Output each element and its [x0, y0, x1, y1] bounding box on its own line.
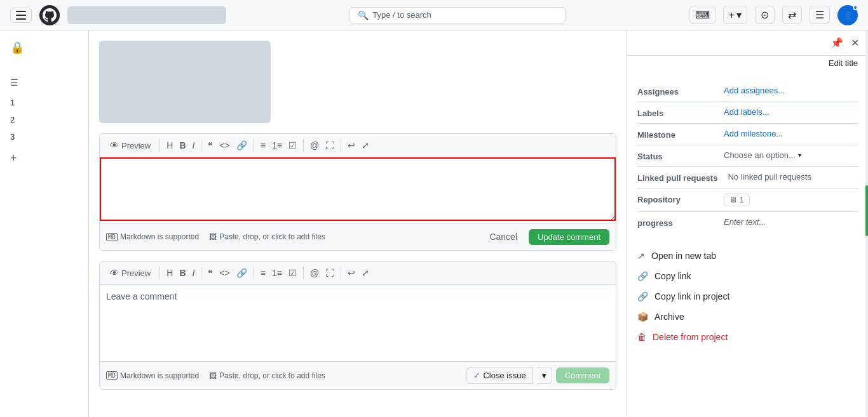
edit-comment-textarea[interactable]: [100, 157, 616, 221]
close-issue-label: Close issue: [483, 371, 526, 380]
nc-attach-file-label[interactable]: 🖼 Paste, drop, or click to add files: [209, 371, 325, 380]
milestone-label: Milestone: [637, 129, 714, 140]
search-placeholder: Type / to search: [372, 10, 431, 20]
labels-field: Labels Add labels...: [637, 102, 858, 124]
edit-comment-toolbar: 👁 Preview H B I ❝ <> 🔗 ≡ 1≡ ☑ @ ⛶ ↩: [100, 134, 616, 157]
progress-field: progress Enter text...: [637, 212, 858, 233]
attach-icon: 🖼: [209, 232, 217, 241]
status-chevron-icon: ▾: [798, 152, 801, 159]
close-issue-dropdown-button[interactable]: ▾: [537, 367, 552, 384]
open-in-new-tab-item[interactable]: ↗ Open in new tab: [627, 246, 868, 266]
navbar-repo-bar: [67, 6, 226, 24]
bold-button[interactable]: B: [177, 139, 188, 152]
pin-icon-button[interactable]: 📌: [829, 36, 844, 50]
unordered-list-button[interactable]: ≡: [258, 139, 268, 152]
main-layout: 🔒 ☰ 1 2 3 + 👁 Preview H B I ❝ <>: [0, 30, 868, 417]
avatar[interactable]: 👤: [837, 5, 858, 25]
archive-item[interactable]: 📦 Archive: [627, 307, 868, 327]
mention-button[interactable]: @: [308, 139, 322, 152]
attach-file-label[interactable]: 🖼 Paste, drop, or click to add files: [209, 232, 325, 241]
nc-link-button[interactable]: 🔗: [234, 267, 250, 279]
nc-bold-button[interactable]: B: [177, 267, 188, 279]
new-comment-toolbar: 👁 Preview H B I ❝ <> 🔗 ≡ 1≡ ☑ @ ⛶ ↩: [100, 261, 616, 285]
labels-value[interactable]: Add labels...: [724, 107, 770, 117]
edit-comment-preview-tab[interactable]: 👁 Preview: [105, 138, 156, 153]
milestone-field: Milestone Add milestone...: [637, 124, 858, 145]
cancel-button[interactable]: Cancel: [483, 228, 524, 245]
milestone-value[interactable]: Add milestone...: [724, 129, 783, 138]
nc-italic-button[interactable]: I: [190, 267, 198, 279]
new-comment-footer-right: ✓ Close issue ▾ Comment: [466, 367, 609, 384]
markdown-icon: MD: [106, 233, 118, 241]
new-comment-editor: 👁 Preview H B I ❝ <> 🔗 ≡ 1≡ ☑ @ ⛶ ↩: [99, 261, 616, 390]
assignees-field: Assignees Add assignees...: [637, 81, 858, 102]
nc-quote-button[interactable]: ❝: [205, 267, 215, 279]
sidebar-add-button[interactable]: +: [0, 147, 88, 170]
nc-attach-text: Paste, drop, or click to add files: [219, 371, 325, 380]
attach-text: Paste, drop, or click to add files: [219, 232, 325, 241]
new-comment-footer-left: MD Markdown is supported 🖼 Paste, drop, …: [106, 371, 325, 380]
task-list-button[interactable]: ☑: [286, 139, 299, 152]
navbar-right: ⌨ + ▾ ⊙ ⇄ ☰ 👤: [689, 5, 858, 25]
nc-reference-button[interactable]: ⛶: [323, 267, 337, 279]
nc-code-button[interactable]: <>: [217, 267, 232, 279]
link-button[interactable]: 🔗: [234, 139, 250, 152]
pull-request-icon-button[interactable]: ⇄: [782, 6, 802, 24]
plus-icon: +: [729, 10, 735, 21]
close-sidebar-button[interactable]: ✕: [850, 36, 860, 50]
edit-comment-editor: 👁 Preview H B I ❝ <> 🔗 ≡ 1≡ ☑ @ ⛶ ↩: [99, 133, 616, 251]
nc-unordered-list-button[interactable]: ≡: [258, 267, 268, 279]
inbox-icon-button[interactable]: ☰: [810, 6, 830, 24]
linked-pr-label: Linked pull requests: [637, 172, 717, 183]
sidebar-filter-icon[interactable]: ☰: [0, 72, 88, 93]
close-issue-button[interactable]: ✓ Close issue: [466, 367, 532, 384]
nc-markdown-text: Markdown is supported: [120, 371, 199, 380]
left-sidebar: 🔒 ☰ 1 2 3 +: [0, 30, 89, 417]
toolbar-sep-nc-2: [201, 267, 201, 279]
toolbar-sep-nc-3: [254, 267, 254, 279]
status-field: Status Choose an option... ▾: [637, 145, 858, 167]
nc-task-list-button[interactable]: ☑: [286, 267, 299, 279]
repository-field: Repository 🖥 1: [637, 189, 858, 212]
nc-mention-button[interactable]: @: [308, 267, 322, 279]
new-comment-preview-tab[interactable]: 👁 Preview: [105, 265, 156, 281]
check-icon: ✓: [473, 371, 480, 380]
eye-icon-2: 👁: [110, 268, 119, 278]
terminal-icon-button[interactable]: ⌨: [689, 6, 715, 24]
quote-button[interactable]: ❝: [205, 139, 215, 152]
new-comment-body: Leave a comment: [100, 285, 616, 361]
undo-button[interactable]: ↩: [345, 139, 358, 152]
avatar-icon: 👤: [843, 11, 853, 20]
delete-item[interactable]: 🗑 Delete from project: [627, 327, 868, 347]
archive-label: Archive: [654, 312, 684, 322]
progress-value[interactable]: Enter text...: [724, 217, 766, 227]
search-icon: 🔍: [358, 10, 369, 20]
repository-badge-value: 1: [740, 195, 744, 204]
markdown-text: Markdown is supported: [120, 232, 199, 241]
hamburger-menu-button[interactable]: [10, 8, 32, 23]
search-bar[interactable]: 🔍 Type / to search: [349, 7, 566, 23]
update-comment-button[interactable]: Update comment: [529, 229, 609, 245]
nc-fullscreen-button[interactable]: ⤢: [359, 267, 372, 279]
ordered-list-button[interactable]: 1≡: [269, 139, 285, 152]
nc-ordered-list-button[interactable]: 1≡: [269, 267, 285, 279]
sidebar-lock-icon: 🔒: [0, 36, 88, 60]
fullscreen-button[interactable]: ⤢: [359, 139, 372, 152]
status-dropdown[interactable]: Choose an option... ▾: [724, 150, 801, 160]
heading-button[interactable]: H: [164, 139, 175, 152]
timer-icon-button[interactable]: ⊙: [755, 6, 775, 24]
github-logo: [39, 5, 60, 25]
copy-link-project-item[interactable]: 🔗 Copy link in project: [627, 286, 868, 307]
code-button[interactable]: <>: [217, 139, 232, 152]
nc-undo-button[interactable]: ↩: [345, 267, 358, 279]
nc-heading-button[interactable]: H: [164, 267, 175, 279]
assignees-value[interactable]: Add assignees...: [724, 86, 785, 95]
italic-button[interactable]: I: [190, 139, 198, 152]
comment-button[interactable]: Comment: [556, 367, 609, 383]
toolbar-separator-2: [201, 139, 201, 152]
reference-button[interactable]: ⛶: [323, 139, 337, 152]
navbar-left: [10, 5, 226, 25]
add-button[interactable]: + ▾: [723, 6, 747, 24]
open-in-new-tab-label: Open in new tab: [651, 251, 716, 261]
copy-link-item[interactable]: 🔗 Copy link: [627, 266, 868, 286]
